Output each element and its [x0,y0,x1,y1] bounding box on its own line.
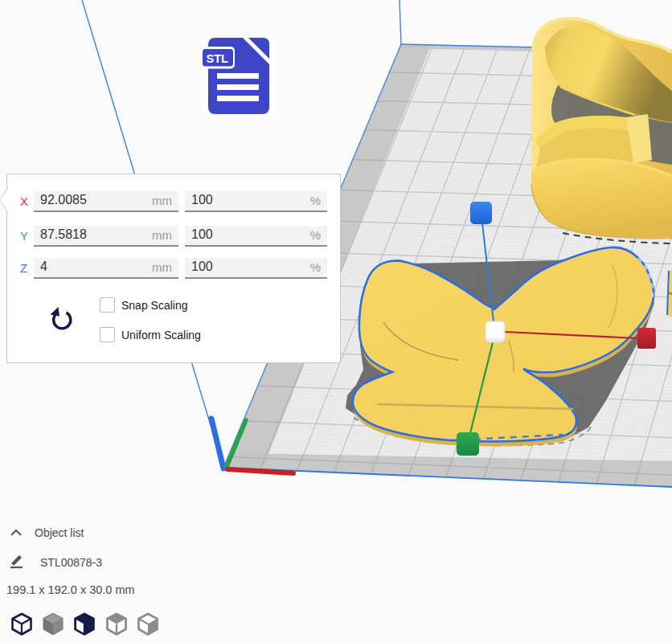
svg-text:STL: STL [207,52,229,65]
